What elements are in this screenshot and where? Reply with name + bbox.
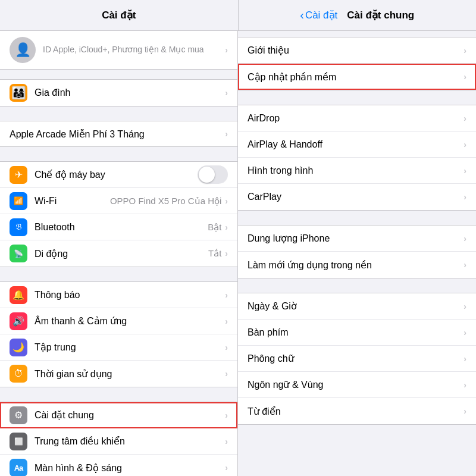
family-icon: 👨‍👩‍👧 [10, 84, 27, 102]
carplay-label: CarPlay [248, 192, 464, 202]
storage-label: Dung lượng iPhone [248, 233, 464, 244]
dictionary-label: Từ điển [248, 406, 464, 417]
cellular-value: Tắt [208, 248, 221, 259]
datetime-label: Ngày & Giờ [248, 300, 464, 312]
right-spacer-1 [238, 95, 476, 105]
bluetooth-label: Bluetooth [35, 222, 208, 233]
spacer [0, 70, 237, 79]
control-center-chevron-icon: › [225, 437, 228, 446]
airdrop-row[interactable]: AirDrop › [238, 105, 476, 131]
about-row[interactable]: Giới thiệu › [238, 37, 476, 64]
keyboard-row[interactable]: Bàn phím › [238, 320, 476, 346]
bluetooth-icon: 𝔅 [10, 218, 27, 236]
family-section: 👨‍👩‍👧 Gia đình › [0, 79, 237, 107]
notifications-row[interactable]: 🔔 Thông báo › [0, 282, 237, 308]
profile-info: ID Apple, iCloud+, Phương tiện & Mục mua [43, 44, 225, 56]
wifi-icon: 📶 [10, 192, 27, 210]
left-header-title: Cài đặt [102, 9, 136, 21]
dictionary-row[interactable]: Từ điển › [238, 398, 476, 424]
background-row[interactable]: Làm mới ứng dụng trong nền › [238, 252, 476, 278]
datetime-chevron-icon: › [464, 302, 466, 311]
system-section: ⚙ Cài đặt chung › ⬜ Trung tâm điều khiển… [0, 402, 237, 476]
main-content: 👤 ID Apple, iCloud+, Phương tiện & Mục m… [0, 31, 476, 476]
software-update-chevron-icon: › [464, 72, 466, 82]
back-button[interactable]: ‹ Cài đặt [300, 8, 337, 22]
focus-label: Tập trung [35, 342, 225, 353]
background-label: Làm mới ứng dụng trong nền [248, 259, 464, 271]
storage-row[interactable]: Dung lượng iPhone › [238, 226, 476, 252]
keyboard-label: Bàn phím [248, 327, 464, 338]
airplay-chevron-icon: › [464, 140, 466, 149]
fonts-label: Phông chữ [248, 353, 464, 364]
family-row[interactable]: 👨‍👩‍👧 Gia đình › [0, 80, 237, 106]
cellular-label: Di động [35, 248, 208, 259]
airplane-toggle[interactable] [198, 165, 228, 184]
left-panel: 👤 ID Apple, iCloud+, Phương tiện & Mục m… [0, 31, 238, 476]
focus-row[interactable]: 🌙 Tập trung › [0, 334, 237, 361]
focus-chevron-icon: › [225, 343, 228, 352]
profile-row[interactable]: 👤 ID Apple, iCloud+, Phương tiện & Mục m… [0, 31, 237, 70]
avatar: 👤 [10, 37, 36, 63]
airplane-icon: ✈ [10, 166, 27, 184]
focus-icon: 🌙 [10, 339, 27, 356]
sounds-row[interactable]: 🔊 Âm thanh & Cảm ứng › [0, 308, 237, 334]
back-button-label: Cài đặt [305, 9, 337, 21]
general-label: Cài đặt chung [35, 409, 225, 421]
spacer4 [0, 272, 237, 281]
screentime-icon: ⏱ [10, 365, 27, 383]
bluetooth-row[interactable]: 𝔅 Bluetooth Bật › [0, 214, 237, 240]
spacer2 [0, 111, 237, 121]
dictionary-chevron-icon: › [464, 406, 466, 416]
control-center-row[interactable]: ⬜ Trung tâm điều khiển › [0, 428, 237, 455]
right-spacer-3 [238, 283, 476, 293]
carplay-row[interactable]: CarPlay › [238, 184, 476, 210]
right-header-title: Cài đặt chung [347, 9, 414, 21]
carplay-chevron-icon: › [464, 192, 466, 202]
airplay-label: AirPlay & Handoff [248, 139, 464, 150]
notifications-label: Thông báo [35, 290, 225, 300]
notify-section: 🔔 Thông báo › 🔊 Âm thanh & Cảm ứng › 🌙 T… [0, 281, 237, 387]
screentime-row[interactable]: ⏱ Thời gian sử dụng › [0, 361, 237, 387]
network-section: ✈ Chế độ máy bay 📶 Wi-Fi OPPO Find X5 Pr… [0, 161, 237, 267]
fonts-row[interactable]: Phông chữ › [238, 346, 476, 372]
notifications-icon: 🔔 [10, 286, 27, 304]
sounds-chevron-icon: › [225, 317, 228, 326]
storage-chevron-icon: › [464, 234, 466, 243]
display-row[interactable]: Aa Màn hình & Độ sáng › [0, 455, 237, 476]
display-chevron-icon: › [225, 463, 228, 472]
right-panel: Giới thiệu › Cập nhật phần mềm › AirDrop… [238, 31, 476, 476]
airplane-row[interactable]: ✈ Chế độ máy bay [0, 162, 237, 188]
display-icon: Aa [10, 459, 27, 476]
control-center-icon: ⬜ [10, 433, 27, 450]
general-icon: ⚙ [10, 406, 27, 424]
language-row[interactable]: Ngôn ngữ & Vùng › [238, 372, 476, 398]
datetime-row[interactable]: Ngày & Giờ › [238, 293, 476, 320]
display-label: Màn hình & Độ sáng [35, 462, 225, 474]
profile-description: ID Apple, iCloud+, Phương tiện & Mục mua [43, 45, 204, 54]
pip-row[interactable]: Hình trong hình › [238, 158, 476, 184]
right-section-3: Dung lượng iPhone › Làm mới ứng dụng tro… [238, 225, 476, 278]
arcade-row[interactable]: Apple Arcade Miễn Phí 3 Tháng › [0, 121, 237, 147]
family-chevron-icon: › [225, 88, 228, 98]
airplay-row[interactable]: AirPlay & Handoff › [238, 131, 476, 158]
airdrop-label: AirDrop [248, 113, 464, 124]
cellular-icon: 📡 [10, 245, 27, 262]
wifi-chevron-icon: › [225, 196, 228, 206]
app-header: Cài đặt ‹ Cài đặt Cài đặt chung [0, 0, 476, 31]
right-section-2: AirDrop › AirPlay & Handoff › Hình trong… [238, 105, 476, 211]
right-panel-header: ‹ Cài đặt Cài đặt chung [239, 0, 477, 30]
right-spacer-top [238, 31, 476, 37]
language-chevron-icon: › [464, 380, 466, 390]
keyboard-chevron-icon: › [464, 328, 466, 337]
family-label: Gia đình [35, 87, 225, 98]
cellular-chevron-icon: › [225, 249, 228, 258]
software-update-row[interactable]: Cập nhật phần mềm › [238, 64, 476, 90]
general-chevron-icon: › [225, 411, 228, 420]
wifi-row[interactable]: 📶 Wi-Fi OPPO Find X5 Pro Của Hội › [0, 188, 237, 214]
spacer3 [0, 152, 237, 161]
general-row[interactable]: ⚙ Cài đặt chung › [0, 402, 237, 428]
airplane-label: Chế độ máy bay [35, 169, 198, 180]
cellular-row[interactable]: 📡 Di động Tắt › [0, 240, 237, 267]
sounds-icon: 🔊 [10, 312, 27, 330]
toggle-knob [199, 167, 215, 183]
